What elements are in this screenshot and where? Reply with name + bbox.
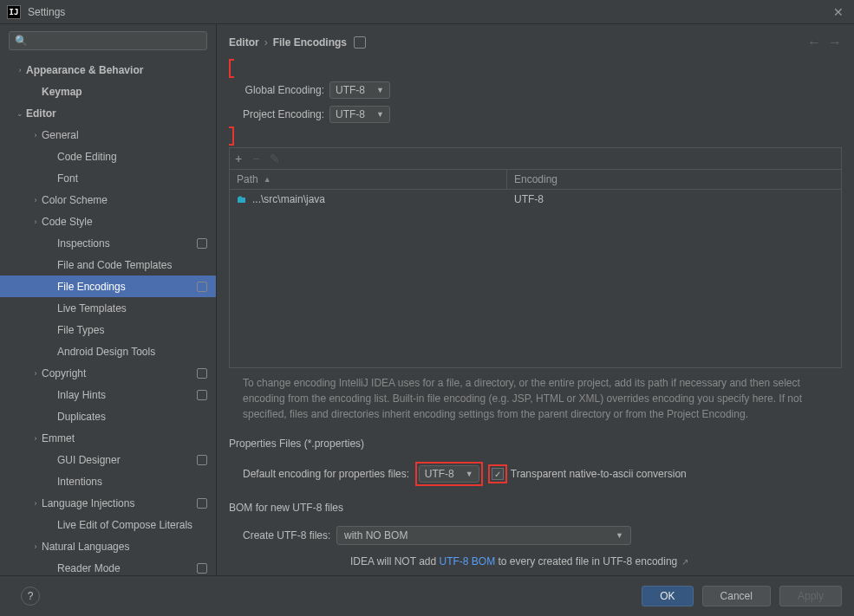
main-panel: Editor › File Encodings ← → Global Encod… (217, 24, 854, 575)
close-icon[interactable]: ✕ (830, 5, 847, 19)
chevron-right-icon: › (29, 497, 42, 509)
tree-item-inlay-hints[interactable]: Inlay Hints (0, 384, 216, 405)
tree-item-gui-designer[interactable]: GUI Designer (0, 449, 216, 470)
scope-badge-icon (197, 238, 207, 249)
titlebar: IJ Settings ✕ (0, 0, 854, 24)
tree-item-editor[interactable]: ⌄Editor (0, 102, 216, 124)
search-icon: 🔍 (15, 35, 28, 47)
tree-item-general[interactable]: ›General (0, 124, 216, 146)
tree-item-live-edit[interactable]: Live Edit of Compose Literals (0, 514, 216, 535)
tree-item-lang-injections[interactable]: ›Language Injections (0, 492, 216, 514)
apply-button[interactable]: Apply (779, 586, 842, 606)
global-encoding-combo[interactable]: UTF-8 ▼ (329, 81, 390, 99)
chevron-down-icon: ▼ (616, 531, 623, 540)
add-icon[interactable]: + (235, 152, 242, 165)
highlight-box: ✓ (488, 464, 507, 484)
chevron-down-icon: ▼ (376, 86, 384, 94)
highlight-box: Global Encoding: UTF-8 ▼ Project Encodin… (229, 59, 842, 146)
tree-item-file-types[interactable]: File Types (0, 319, 216, 340)
chevron-right-icon: › (264, 36, 268, 49)
tree-item-copyright[interactable]: ›Copyright (0, 362, 216, 384)
tree-item-keymap[interactable]: Keymap (0, 81, 216, 102)
cell-encoding: UTF-8 (514, 193, 834, 205)
create-utf8-label: Create UTF-8 files: (243, 529, 330, 541)
tree-item-file-encodings[interactable]: File Encodings (0, 276, 216, 297)
tree-item-natural-languages[interactable]: ›Natural Languages (0, 535, 216, 557)
scope-badge-icon (197, 282, 207, 292)
chevron-down-icon: ⌄ (14, 107, 26, 120)
sort-asc-icon: ▲ (264, 175, 271, 184)
settings-tree: ›Appearance & Behavior Keymap ⌄Editor ›G… (0, 57, 216, 575)
help-button[interactable]: ? (21, 587, 40, 606)
project-encoding-label: Project Encoding: (229, 108, 324, 120)
create-utf8-combo[interactable]: with NO BOM ▼ (336, 526, 631, 545)
tree-item-appearance[interactable]: ›Appearance & Behavior (0, 59, 216, 81)
scope-badge-icon (197, 390, 207, 400)
properties-section-title: Properties Files (*.properties) (229, 438, 842, 450)
tree-item-intentions[interactable]: Intentions (0, 470, 216, 492)
props-default-combo[interactable]: UTF-8 ▼ (419, 465, 479, 483)
chevron-right-icon: › (29, 541, 42, 553)
scope-badge-icon (354, 36, 366, 49)
ok-button[interactable]: OK (642, 586, 693, 606)
cell-path: ...\src\main\java (252, 193, 325, 205)
scope-badge-icon (197, 498, 207, 509)
intellij-icon: IJ (7, 5, 21, 19)
col-header-encoding[interactable]: Encoding (507, 170, 841, 189)
chevron-right-icon: › (29, 367, 42, 379)
transparent-checkbox[interactable]: ✓ (492, 468, 504, 480)
chevron-down-icon: ▼ (376, 110, 384, 119)
encodings-table: Path ▲ Encoding 🖿 ...\src\main\java UTF-… (229, 169, 842, 368)
bom-note-prefix: IDEA will NOT add (350, 555, 439, 567)
dialog-footer: ? OK Cancel Apply (0, 575, 854, 615)
tree-item-color-scheme[interactable]: ›Color Scheme (0, 189, 216, 211)
tree-item-font[interactable]: Font (0, 167, 216, 189)
chevron-right-icon: › (14, 64, 26, 76)
col-header-path[interactable]: Path ▲ (230, 170, 507, 189)
scope-badge-icon (197, 563, 207, 574)
bom-note-suffix: to every created file in UTF-8 encoding (495, 555, 677, 567)
chevron-right-icon: › (29, 216, 42, 228)
transparent-label: Transparent native-to-ascii conversion (511, 468, 687, 480)
search-field[interactable] (31, 35, 201, 47)
utf8-bom-link[interactable]: UTF-8 BOM (439, 555, 495, 567)
settings-sidebar: 🔍 ›Appearance & Behavior Keymap ⌄Editor … (0, 24, 217, 575)
chevron-right-icon: › (29, 432, 42, 444)
tree-item-android-tools[interactable]: Android Design Tools (0, 340, 216, 362)
chevron-right-icon: › (29, 129, 42, 141)
chevron-right-icon: › (29, 194, 42, 206)
nav-forward-button[interactable]: → (828, 35, 842, 50)
tree-item-code-editing[interactable]: Code Editing (0, 146, 216, 167)
chevron-down-icon: ▼ (466, 470, 473, 478)
props-default-label: Default encoding for properties files: (243, 468, 409, 480)
breadcrumb-seg2: File Encodings (273, 36, 347, 49)
hint-text: To change encoding IntelliJ IDEA uses fo… (229, 368, 842, 429)
tree-item-inspections[interactable]: Inspections (0, 232, 216, 254)
folder-icon: 🖿 (237, 193, 247, 205)
tree-item-file-templates[interactable]: File and Code Templates (0, 254, 216, 276)
scope-badge-icon (197, 455, 207, 465)
tree-item-reader-mode[interactable]: Reader Mode (0, 557, 216, 575)
tree-item-emmet[interactable]: ›Emmet (0, 427, 216, 449)
window-title: Settings (28, 6, 830, 18)
tree-item-duplicates[interactable]: Duplicates (0, 405, 216, 427)
edit-icon[interactable]: ✎ (270, 152, 280, 165)
breadcrumb-seg1: Editor (229, 36, 259, 49)
global-encoding-label: Global Encoding: (229, 84, 324, 96)
search-input[interactable]: 🔍 (9, 31, 207, 50)
remove-icon[interactable]: − (252, 152, 259, 165)
table-row[interactable]: 🖿 ...\src\main\java UTF-8 (230, 190, 841, 209)
project-encoding-combo[interactable]: UTF-8 ▼ (329, 106, 390, 123)
cancel-button[interactable]: Cancel (702, 586, 771, 606)
external-link-icon: ↗ (679, 557, 688, 567)
highlight-box: UTF-8 ▼ (415, 462, 483, 486)
bom-section-title: BOM for new UTF-8 files (229, 502, 842, 514)
nav-back-button[interactable]: ← (807, 35, 821, 50)
table-toolbar: + − ✎ (229, 147, 842, 169)
tree-item-live-templates[interactable]: Live Templates (0, 297, 216, 319)
scope-badge-icon (197, 368, 207, 379)
breadcrumb: Editor › File Encodings ← → (229, 29, 842, 55)
tree-item-code-style[interactable]: ›Code Style (0, 211, 216, 232)
